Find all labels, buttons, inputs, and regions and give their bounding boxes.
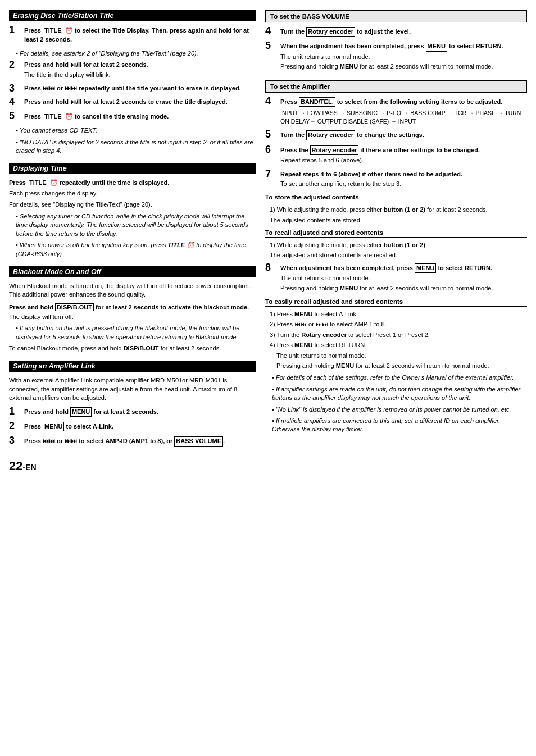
erasing-bullet-3: "NO DATA" is displayed for 2 seconds if … bbox=[9, 138, 256, 156]
page-num-value: 22 bbox=[9, 459, 22, 473]
blackout-intro: When Blackout mode is turned on, the dis… bbox=[9, 282, 256, 299]
amp-s4-content: Press BAND/TEL. to select from the follo… bbox=[280, 97, 527, 127]
amp-step-1-row: 1 Press and hold MENU for at least 2 sec… bbox=[9, 407, 256, 418]
amp-step-3-text: Press ⏮⏮ or ⏭⏭ to select AMP-ID (AMP1 to… bbox=[24, 436, 256, 446]
page-num-suffix: -EN bbox=[22, 463, 36, 472]
step-2-text: Press and hold ⏯/II for at least 2 secon… bbox=[24, 61, 256, 69]
erasing-bullet-1: For details, see asterisk 2 of "Displayi… bbox=[9, 49, 256, 58]
blackout-subheader: Press and hold DISP/B.OUT for at least 2… bbox=[9, 303, 256, 311]
recall-line-2: The adjusted and stored contents are rec… bbox=[270, 251, 527, 259]
bass-step-5-content: When the adjustment has been completed, … bbox=[280, 42, 527, 72]
bass-step-4-content: Turn the Rotary encoder to adjust the le… bbox=[280, 27, 527, 38]
amp-s4-text: Press BAND/TEL. to select from the follo… bbox=[280, 97, 527, 107]
step-1-num: 1 bbox=[9, 25, 21, 35]
left-column: Erasing Disc Title/Station Title 1 Press… bbox=[9, 10, 256, 746]
displaying-time-press: Press TITLE ⏰ repeatedly until the time … bbox=[9, 179, 256, 186]
blackout-bullet-1: If any button on the unit is pressed dur… bbox=[9, 324, 256, 341]
amp-step-3-num: 3 bbox=[9, 435, 21, 445]
blackout-cancel: To cancel Blackout mode, press and hold … bbox=[9, 344, 256, 353]
page-number: 22-EN bbox=[9, 459, 256, 473]
store-line-1: 1) While adjusting the mode, press eithe… bbox=[270, 206, 527, 214]
amp-s7-num: 7 bbox=[265, 169, 278, 179]
easy-recall-header: To easily recall adjusted and stored con… bbox=[265, 298, 527, 307]
section-displaying-time: Displaying Time Press TITLE ⏰ repeatedly… bbox=[9, 163, 256, 258]
step-5-row: 5 Press TITLE ⏰ to cancel the title eras… bbox=[9, 112, 256, 122]
step-4-content: Press and hold ⏯/II for at least 2 secon… bbox=[24, 98, 256, 107]
easy-sub1: The unit returns to normal mode. bbox=[276, 352, 527, 360]
displaying-time-body1: Each press changes the display. bbox=[9, 189, 256, 198]
amp-step-3-content: Press ⏮⏮ or ⏭⏭ to select AMP-ID (AMP1 to… bbox=[24, 436, 256, 447]
amp-s7-content: Repeat steps 4 to 6 (above) if other ite… bbox=[280, 170, 527, 190]
step-2-content: Press and hold ⏯/II for at least 2 secon… bbox=[24, 61, 256, 80]
amp-s8-text: When adjustment has been completed, pres… bbox=[280, 263, 527, 273]
step-1-content: Press TITLE ⏰ to select the Title Displa… bbox=[24, 26, 256, 45]
step-5-num: 5 bbox=[9, 111, 21, 121]
store-line-2: The adjusted contents are stored. bbox=[270, 216, 527, 225]
step-5-content: Press TITLE ⏰ to cancel the title erasin… bbox=[24, 112, 256, 122]
amp-bullet-4: If multiple amplifiers are connected to … bbox=[265, 417, 527, 434]
bass-step-4-row: 4 Turn the Rotary encoder to adjust the … bbox=[265, 27, 527, 38]
amp-bullet-3: "No Link" is displayed if the amplifier … bbox=[265, 406, 527, 414]
step-3-num: 3 bbox=[9, 83, 21, 93]
section-set-amplifier: To set the Amplifier 4 Press BAND/TEL. t… bbox=[265, 80, 527, 434]
amp-link-intro: With an external Amplifier Link compatib… bbox=[9, 376, 256, 402]
recall-header: To recall adjusted and stored contents bbox=[265, 229, 527, 238]
section-header-blackout: Blackout Mode On and Off bbox=[9, 266, 256, 277]
amp-s7-sub: To set another amplifier, return to the … bbox=[280, 180, 527, 188]
bass-step-4-num: 4 bbox=[265, 26, 278, 36]
recall-line-1: 1) While adjusting the mode, press eithe… bbox=[270, 241, 527, 249]
section-amplifier-link: Setting an Amplifier Link With an extern… bbox=[9, 361, 256, 447]
section-header-amp-link: Setting an Amplifier Link bbox=[9, 361, 256, 372]
step-2-num: 2 bbox=[9, 60, 21, 70]
step-4-row: 4 Press and hold ⏯/II for at least 2 sec… bbox=[9, 98, 256, 107]
step-2-row: 2 Press and hold ⏯/II for at least 2 sec… bbox=[9, 61, 256, 80]
amplifier-header: To set the Amplifier bbox=[265, 80, 527, 93]
section-header-time: Displaying Time bbox=[9, 163, 256, 174]
amp-s5-row: 5 Turn the Rotary encoder to change the … bbox=[265, 130, 527, 141]
bass-volume-header: To set the BASS VOLUME bbox=[265, 10, 527, 22]
amp-s8-content: When adjustment has been completed, pres… bbox=[280, 263, 527, 294]
amp-s6-content: Press the Rotary encoder if there are ot… bbox=[280, 145, 527, 166]
easy-line-1: 1) Press MENU to select A-Link. bbox=[270, 310, 527, 318]
right-column: To set the BASS VOLUME 4 Turn the Rotary… bbox=[265, 10, 527, 746]
page: Erasing Disc Title/Station Title 1 Press… bbox=[0, 0, 536, 756]
step-1-text: Press TITLE ⏰ to select the Title Displa… bbox=[24, 26, 256, 44]
step-3-text: Press ⏮⏮ or ⏭⏭ repeatedly until the titl… bbox=[24, 84, 256, 93]
step-4-num: 4 bbox=[9, 97, 21, 107]
amp-s8-sub1: The unit returns to normal mode. bbox=[280, 274, 527, 283]
store-header: To store the adjusted contents bbox=[265, 194, 527, 202]
bass-step-5-sub2: Pressing and holding MENU for at least 2… bbox=[280, 62, 527, 71]
amp-s6-row: 6 Press the Rotary encoder if there are … bbox=[265, 145, 527, 166]
amp-s6-text: Press the Rotary encoder if there are ot… bbox=[280, 145, 527, 155]
bass-step-5-text: When the adjustment has been completed, … bbox=[280, 42, 527, 51]
section-bass-volume: To set the BASS VOLUME 4 Turn the Rotary… bbox=[265, 10, 527, 72]
time-bullet-1: Selecting any tuner or CD function while… bbox=[9, 212, 256, 238]
bass-step-5-num: 5 bbox=[265, 40, 278, 51]
amp-s5-content: Turn the Rotary encoder to change the se… bbox=[280, 130, 527, 141]
section-blackout-mode: Blackout Mode On and Off When Blackout m… bbox=[9, 266, 256, 353]
section-header-erasing: Erasing Disc Title/Station Title bbox=[9, 10, 256, 21]
step-2-sub: The title in the display will blink. bbox=[24, 71, 256, 79]
amp-step-1-num: 1 bbox=[9, 406, 21, 416]
amp-bullet-1: For details of each of the settings, ref… bbox=[265, 374, 527, 382]
amp-step-1-content: Press and hold MENU for at least 2 secon… bbox=[24, 407, 256, 418]
step-3-content: Press ⏮⏮ or ⏭⏭ repeatedly until the titl… bbox=[24, 84, 256, 94]
amp-bullet-2: If amplifier settings are made on the un… bbox=[265, 385, 527, 403]
step-1-row: 1 Press TITLE ⏰ to select the Title Disp… bbox=[9, 26, 256, 45]
time-bullet-2: When the power is off but the ignition k… bbox=[9, 241, 256, 258]
amp-s7-row: 7 Repeat steps 4 to 6 (above) if other i… bbox=[265, 170, 527, 190]
amp-step-2-row: 2 Press MENU to select A-Link. bbox=[9, 422, 256, 432]
bass-step-4-text: Turn the Rotary encoder to adjust the le… bbox=[280, 27, 527, 37]
amp-step-3-row: 3 Press ⏮⏮ or ⏭⏭ to select AMP-ID (AMP1 … bbox=[9, 436, 256, 447]
easy-line-4: 4) Press MENU to select RETURN. bbox=[270, 341, 527, 349]
step-3-row: 3 Press ⏮⏮ or ⏭⏭ repeatedly until the ti… bbox=[9, 84, 256, 94]
amp-s4-arrow: INPUT → LOW PASS → SUBSONIC → P-EQ → BAS… bbox=[280, 109, 527, 125]
amp-step-1-text: Press and hold MENU for at least 2 secon… bbox=[24, 407, 256, 417]
amp-s5-text: Turn the Rotary encoder to change the se… bbox=[280, 130, 527, 140]
section-erasing-disc-title: Erasing Disc Title/Station Title 1 Press… bbox=[9, 10, 256, 155]
amp-s5-num: 5 bbox=[265, 129, 278, 139]
amp-s8-row: 8 When adjustment has been completed, pr… bbox=[265, 263, 527, 294]
bass-step-5-sub1: The unit returns to normal mode. bbox=[280, 53, 527, 61]
easy-line-3: 3) Turn the Rotary encoder to select Pre… bbox=[270, 331, 527, 339]
amp-s8-sub2: Pressing and holding MENU for at least 2… bbox=[280, 284, 527, 293]
